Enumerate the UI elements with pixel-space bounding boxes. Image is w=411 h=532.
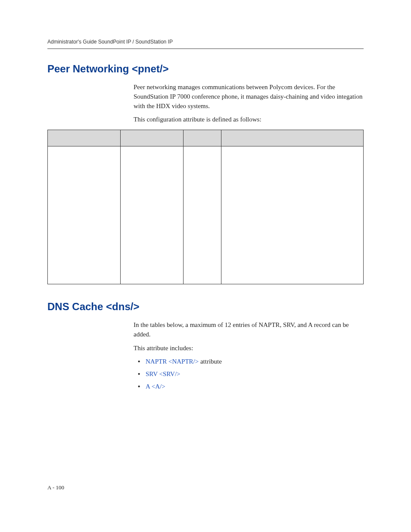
table-cell <box>120 146 184 284</box>
list-item: A <A/> <box>134 382 364 391</box>
config-attribute-table <box>47 130 364 284</box>
page-number: A - 100 <box>47 484 64 491</box>
table-row <box>48 146 364 284</box>
list-item-tail: attribute <box>199 358 222 365</box>
table-header-cell <box>184 130 221 146</box>
section-heading-dns-cache: DNS Cache <dns/> <box>47 301 364 313</box>
list-item: NAPTR <NAPTR/> attribute <box>134 357 364 366</box>
section2-body: In the tables below, a maximum of 12 ent… <box>134 320 364 391</box>
table-header-cell <box>221 130 364 146</box>
section1-body: Peer networking manages communications b… <box>134 83 364 124</box>
link-naptr[interactable]: NAPTR <NAPTR/> <box>146 358 199 365</box>
page-container: Administrator's Guide SoundPoint IP / So… <box>0 0 411 532</box>
section2-paragraph-1: In the tables below, a maximum of 12 ent… <box>134 320 364 339</box>
list-item: SRV <SRV/> <box>134 370 364 379</box>
section1-paragraph-1: Peer networking manages communications b… <box>134 83 364 111</box>
link-a[interactable]: A <A/> <box>146 383 165 390</box>
table-header-cell <box>48 130 121 146</box>
running-header: Administrator's Guide SoundPoint IP / So… <box>47 39 364 49</box>
section-heading-peer-networking: Peer Networking <pnet/> <box>47 63 364 75</box>
table-header-cell <box>120 130 184 146</box>
link-srv[interactable]: SRV <SRV/> <box>146 370 181 377</box>
section1-paragraph-2: This configuration attribute is defined … <box>134 115 364 124</box>
table-cell <box>184 146 221 284</box>
attribute-bullet-list: NAPTR <NAPTR/> attribute SRV <SRV/> A <A… <box>134 357 364 391</box>
table-cell <box>48 146 121 284</box>
section2-paragraph-2: This attribute includes: <box>134 344 364 353</box>
table-header-row <box>48 130 364 146</box>
table-cell <box>221 146 364 284</box>
